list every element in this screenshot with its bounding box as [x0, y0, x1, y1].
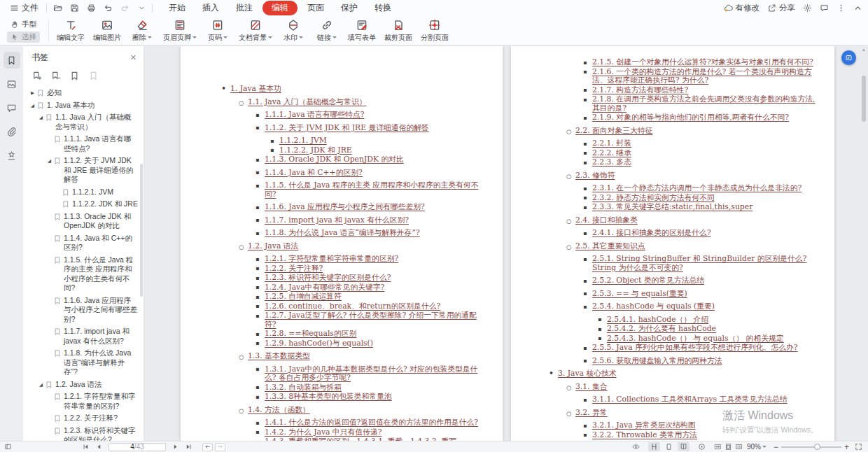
toc-link[interactable]: 1.4. 方法（函数）	[221, 406, 484, 415]
next-page-button[interactable]	[172, 443, 179, 451]
bookmark-item[interactable]: 1.2.2. 关于注释?	[29, 414, 138, 423]
toc-link[interactable]: 2.3.1. 在一个静态方法内调用一个非静态成员为什么是非法的?	[549, 184, 818, 193]
toc-link[interactable]: 1. Java 基本功	[221, 85, 484, 94]
sync-status-button[interactable]: 有修改	[724, 3, 760, 13]
open-file-button[interactable]	[50, 2, 64, 15]
toc-link[interactable]: 3.2. 异常	[549, 409, 818, 418]
select-tool-button[interactable]: 选择	[7, 31, 40, 43]
bookmark-item[interactable]: ◢1. Java 基本功	[29, 101, 138, 111]
toc-link[interactable]: 2.5.5. Java 序列化中如果有些字段不想进行序列化、怎么办?	[549, 344, 818, 353]
toc-link[interactable]: 1.1.7. import java 和 javax 有什么区别?	[221, 216, 484, 225]
toc-link[interactable]: 1.2.9. hashCode()与 equals()	[221, 339, 484, 348]
expand-toggle-icon[interactable]: ◢	[29, 101, 36, 108]
zoom-out-button[interactable]: −	[771, 442, 781, 452]
toc-link[interactable]: 1.1.5. 什么是 Java 程序的主类 应用程序和小程序的主类有何不同?	[221, 181, 484, 199]
zoom-slider[interactable]	[781, 443, 841, 451]
first-page-button[interactable]	[82, 443, 90, 451]
toc-link[interactable]: 2.5.4.1. hashCode（） 介绍	[549, 316, 818, 325]
toc-link[interactable]: 2.4.1. 接口和抽象类的区别是什么?	[549, 229, 818, 238]
menu-tab-6[interactable]: 转换	[366, 1, 400, 15]
close-panel-icon[interactable]: ✕	[130, 53, 136, 62]
bookmark-item[interactable]: 1.2.3. 标识符和关键字的区别是什么?	[29, 426, 138, 442]
comments-panel-button[interactable]	[4, 99, 20, 116]
toc-link[interactable]: 2.5. 其它重要知识点	[549, 242, 818, 251]
continuous-view-button[interactable]	[648, 442, 660, 451]
expand-toggle-icon[interactable]: ▶	[29, 88, 36, 96]
actual-size-button[interactable]	[735, 443, 743, 451]
bookmark-item[interactable]: 1.1.5. 什么是 Java 程序的主类 应用程序和小程序的主类有何不同?	[29, 255, 138, 293]
toc-link[interactable]: 1.4.2. 为什么 Java 中只有值传递?	[221, 428, 484, 437]
auto-play-button[interactable]	[698, 443, 706, 451]
toc-link[interactable]: 2.1.9. 对象的相等与指向他们的引用相等,两者有什么不同?	[549, 113, 818, 122]
scroll-up-arrow[interactable]: ▲	[862, 48, 866, 52]
expand-toggle-icon[interactable]: ◢	[46, 156, 53, 164]
view-forward-button[interactable]	[215, 443, 225, 451]
toc-link[interactable]: 1.1. Java 入门（基础概念与常识）	[221, 98, 484, 107]
toc-link[interactable]: 1.2.3. 标识符和关键字的区别是什么?	[221, 274, 484, 283]
toc-link[interactable]: 1.1.3. Oracle JDK 和 OpenJDK 的对比	[221, 155, 484, 164]
toc-link[interactable]: 2.5.2. Object 类的常见方法总结	[549, 276, 818, 285]
toc-link[interactable]: 1.2.7. Java泛型了解么? 什么是类型擦除? 介绍一下常用的通配符?	[221, 311, 484, 329]
bookmark-item[interactable]: 1.1.6. Java 应用程序与小程序之间有哪些差别?	[29, 296, 138, 325]
zoom-slider-knob[interactable]	[814, 444, 820, 450]
toc-link[interactable]: 1.4.1. 什么是方法的返回值?返回值在类的方法里的作用是什么?	[221, 418, 484, 428]
snapshot-panel-button[interactable]	[4, 76, 20, 92]
bookmark-item[interactable]: 1.1.7. import java 和 javax 有什么区别?	[29, 327, 138, 346]
toc-link[interactable]: 1.3.3. 8种基本类型的包装类和常量池	[221, 393, 484, 402]
toc-link[interactable]: 2.3.3. 常见关键字总结:static,final,this,super	[549, 203, 818, 212]
toc-link[interactable]: 3. Java 核心技术	[549, 369, 818, 379]
fullscreen-button[interactable]	[855, 443, 862, 451]
fit-page-button[interactable]	[724, 443, 732, 451]
bookmarks-panel-button[interactable]	[4, 52, 20, 69]
toc-link[interactable]: 2.1.7. 构造方法有哪些特性?	[549, 86, 818, 95]
toc-link[interactable]: 1.2.5. 自增自减运算符	[221, 292, 484, 302]
last-page-button[interactable]	[185, 443, 192, 451]
menu-tab-4[interactable]: 页面	[299, 1, 332, 15]
bookmark-item[interactable]: 1.1.8. 为什么说 Java 语言“编译与解释并存”?	[29, 348, 138, 377]
read-mode-button[interactable]	[632, 443, 640, 451]
toc-link[interactable]: 1.3. 基本数据类型	[221, 352, 484, 361]
toc-link[interactable]: 2.5.6. 获取用键盘输入常用的两种方法	[549, 357, 818, 366]
prev-page-button[interactable]	[95, 443, 103, 451]
add-bookmark-icon[interactable]	[31, 71, 42, 81]
toolbar-button-doc-bg[interactable]: 文档背景	[235, 17, 276, 44]
bookmark-item[interactable]: 1.1.2.1. JVM	[29, 188, 138, 197]
toc-link[interactable]: 1.3.1. Java中的几种基本数据类型是什么? 对应的包装类型是什么? 各自…	[221, 365, 484, 383]
toc-link[interactable]: 1.1.2.1. JVM	[221, 136, 484, 146]
toc-link[interactable]: 3.1. 集合	[549, 383, 818, 392]
toc-link[interactable]: 1.3.2. 自动装箱与拆箱	[221, 383, 484, 393]
settings-button[interactable]	[803, 3, 812, 13]
zoom-in-button[interactable]: +	[841, 442, 852, 452]
signature-panel-button[interactable]	[4, 147, 20, 164]
toc-link[interactable]: 1.1.1. Java 语言有哪些特点?	[221, 111, 484, 120]
page-number-input[interactable]: 4/43	[108, 443, 166, 451]
toolbar-button-link[interactable]: 链接	[311, 17, 343, 44]
toolbar-button-page-number[interactable]: 页码	[202, 17, 234, 44]
collapse-ribbon-button[interactable]	[853, 3, 862, 13]
toolbar-button-watermark[interactable]: 水印	[277, 17, 309, 44]
toc-link[interactable]: 2.5.4.3. hashCode（） 与 equals（） 的相关规定	[549, 334, 818, 344]
undo-button[interactable]	[101, 2, 115, 15]
bookmark-item[interactable]: 1.1.1. Java 语言有哪些特点?	[29, 134, 138, 153]
file-menu-button[interactable]: 文件	[6, 0, 43, 16]
toolbar-button-edit-image[interactable]: 编辑图片	[90, 17, 125, 44]
hand-tool-button[interactable]: 手型	[7, 19, 40, 30]
toolbar-button-edit-text[interactable]: 编辑文字	[53, 17, 88, 44]
toc-link[interactable]: 2.5.4. hashCode 与 equals (重要)	[549, 302, 818, 311]
toc-link[interactable]: 2.2.3. 多态	[549, 158, 818, 167]
attachments-panel-button[interactable]	[4, 123, 20, 140]
toc-link[interactable]: 1.1.8. 为什么说 Java 语言“编译与解释并存”?	[221, 229, 484, 238]
toc-link[interactable]: 1.1.4. Java 和 C++的区别?	[221, 169, 484, 178]
print-button[interactable]	[84, 2, 98, 15]
share-button[interactable]: 分享	[767, 3, 795, 13]
toc-link[interactable]: 1.1.2.2. JDK 和 JRE	[221, 146, 484, 155]
toolbar-button-split-page[interactable]: 分割页面	[417, 17, 452, 44]
toc-link[interactable]: 1.2.2. 关于注释?	[221, 264, 484, 274]
wps-assistant-button[interactable]	[841, 50, 856, 65]
expand-toggle-icon[interactable]: ◢	[37, 380, 45, 388]
delete-bookmark-icon[interactable]	[50, 71, 61, 81]
view-back-button[interactable]	[202, 443, 213, 451]
toc-link[interactable]: 1.2. Java 语法	[221, 242, 484, 251]
toc-link[interactable]: 2.2. 面向对象三大特征	[549, 127, 818, 136]
redo-button[interactable]	[118, 2, 132, 15]
